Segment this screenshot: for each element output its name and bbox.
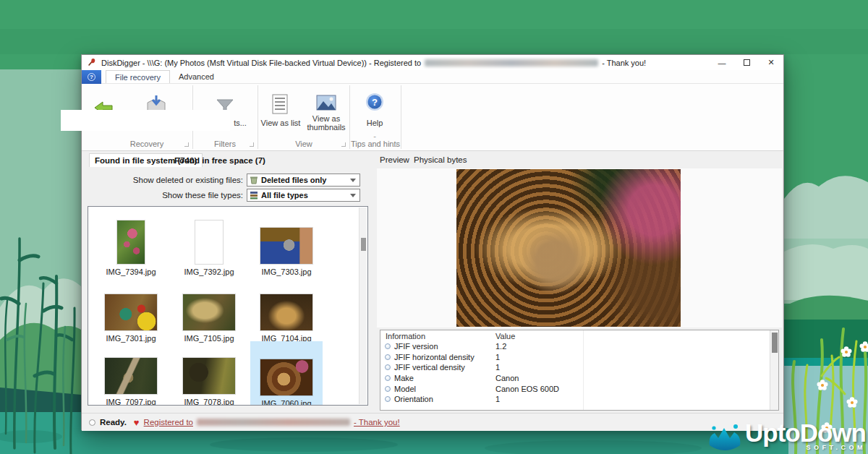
- recycle-bin-icon: [250, 176, 258, 184]
- thumbnail-filename: IMG_7301.jpg: [106, 334, 156, 343]
- info-circle-icon: [385, 386, 391, 392]
- info-value: Canon: [495, 374, 778, 382]
- thumbnail-image: [260, 294, 312, 330]
- window-controls: — ✕: [710, 55, 783, 70]
- view-as-thumbnails-label[interactable]: View as thumbnails: [302, 114, 350, 132]
- thumbnail-item[interactable]: IMG_7097.jpg: [95, 344, 167, 406]
- thumbnail-image: [260, 359, 312, 395]
- info-row[interactable]: Model Canon EOS 600D: [380, 383, 778, 394]
- view-as-thumbnails-icon[interactable]: [316, 94, 336, 111]
- file-types-icon: [250, 191, 258, 200]
- group-label-view: View: [278, 140, 329, 148]
- thumbnail-item[interactable]: IMG_7105.jpg: [173, 280, 245, 343]
- thumbnail-filename: IMG_7394.jpg: [106, 267, 156, 276]
- svg-text:?: ?: [372, 97, 378, 108]
- titlebar[interactable]: DiskDigger - \\\G: (My Photos (Msft Virt…: [82, 55, 783, 70]
- tab-advanced[interactable]: Advanced: [170, 70, 223, 83]
- thumbnail-image: [183, 358, 235, 394]
- info-row[interactable]: Orientation 1: [380, 394, 778, 405]
- thumbnail-item[interactable]: IMG_7301.jpg: [95, 280, 167, 343]
- status-ready-text: Ready.: [100, 418, 127, 427]
- tab-found-in-free-space[interactable]: Found in free space (7): [174, 156, 265, 165]
- help-icon[interactable]: ?: [365, 93, 384, 111]
- thumbnail-filename: IMG_7105.jpg: [184, 334, 234, 343]
- info-circle-icon: [385, 343, 391, 349]
- thumbnail-list-scrollbar[interactable]: [359, 207, 367, 404]
- uptodown-watermark: UptoDown SOFT.COM: [707, 421, 866, 451]
- window-title-suffix: - Thank you!: [602, 59, 646, 67]
- info-row[interactable]: Make Canon: [380, 373, 778, 384]
- ribbon-tabstrip: ? File recovery Advanced: [82, 70, 783, 84]
- header-information: Information: [386, 332, 495, 340]
- registered-link[interactable]: Registered to - Thank you!: [144, 418, 400, 427]
- close-button[interactable]: ✕: [759, 55, 783, 70]
- tips-dialog-launcher[interactable]: [393, 142, 397, 147]
- thumbnail-item[interactable]: IMG_7078.jpg: [173, 344, 245, 406]
- info-panel-scrollbar[interactable]: [770, 330, 778, 410]
- thumbnail-item-selected[interactable]: IMG_7060.jpg: [250, 341, 323, 406]
- view-dialog-launcher[interactable]: [341, 142, 346, 147]
- heart-icon: ♥: [134, 417, 140, 428]
- tab-file-recovery[interactable]: File recovery: [106, 70, 170, 83]
- info-row[interactable]: JFIF horizontal density 1: [380, 352, 778, 363]
- redacted-registration-name: [425, 59, 598, 67]
- uptodown-brand: UptoDown: [745, 421, 866, 445]
- view-as-list-icon[interactable]: [271, 94, 289, 114]
- thumbnail-filename: IMG_7097.jpg: [106, 398, 156, 406]
- info-key: Model: [394, 385, 495, 393]
- file-types-combobox[interactable]: All file types: [247, 189, 360, 202]
- thumbnail-image: [260, 228, 312, 264]
- info-value: 1: [495, 353, 778, 361]
- info-value: 1.2: [495, 342, 778, 351]
- uptodown-logo-icon: [707, 421, 742, 451]
- info-table-header: Information Value: [380, 330, 778, 341]
- window-title: DiskDigger - \\\G: (My Photos (Msft Virt…: [101, 59, 646, 67]
- desktop: DiskDigger - \\\G: (My Photos (Msft Virt…: [0, 0, 868, 454]
- thumbnail-item[interactable]: IMG_7104.jpg: [250, 280, 323, 343]
- recovered-files-list[interactable]: IMG_7394.jpg IMG_7392.jpg IMG_7303.jpg I…: [88, 206, 368, 406]
- tab-preview[interactable]: Preview: [380, 155, 409, 164]
- thumbnail-filename: IMG_7078.jpg: [184, 398, 234, 406]
- info-row[interactable]: JFIF version 1.2: [380, 341, 778, 352]
- content-area: Found in file system (740) Found in free…: [82, 151, 783, 413]
- maximize-button[interactable]: [734, 55, 759, 70]
- header-value: Value: [495, 332, 515, 340]
- thumbnail-image: [105, 294, 157, 330]
- thumbnail-item[interactable]: IMG_7394.jpg: [95, 214, 167, 276]
- info-circle-icon: [385, 375, 391, 381]
- white-redaction-overlay: [61, 110, 230, 131]
- info-key: JFIF version: [394, 342, 495, 351]
- diskdigger-app-icon: [88, 58, 97, 67]
- file-types-value: All file types: [261, 191, 347, 200]
- info-key: JFIF vertical density: [394, 363, 495, 372]
- thumbnail-image: [183, 294, 235, 330]
- thumbnail-item[interactable]: IMG_7392.jpg: [173, 214, 245, 276]
- filters-dialog-launcher[interactable]: [250, 142, 254, 147]
- view-as-list-label[interactable]: View as list: [257, 119, 305, 127]
- deleted-files-combobox[interactable]: Deleted files only: [247, 174, 360, 187]
- recovery-dialog-launcher[interactable]: [184, 142, 189, 147]
- info-circle-icon: [385, 354, 391, 360]
- info-row[interactable]: JFIF vertical density 1: [380, 362, 778, 373]
- maximize-icon: [744, 59, 750, 66]
- info-circle-icon: [385, 364, 391, 370]
- info-key: Make: [394, 374, 495, 382]
- info-key: JFIF horizontal density: [394, 353, 495, 361]
- minimize-button[interactable]: —: [710, 55, 734, 70]
- thumbnail-item[interactable]: IMG_7303.jpg: [250, 214, 323, 276]
- deleted-files-value: Deleted files only: [261, 176, 347, 184]
- tab-physical-bytes[interactable]: Physical bytes: [414, 155, 467, 164]
- scrollbar-thumb[interactable]: [772, 333, 778, 353]
- scrollbar-thumb[interactable]: [361, 238, 366, 251]
- window-title-prefix: DiskDigger - \\\G: (My Photos (Msft Virt…: [101, 59, 421, 67]
- app-menu-button[interactable]: ?: [82, 70, 101, 84]
- thumbnail-image: [195, 220, 223, 264]
- registered-prefix: Registered to: [144, 418, 193, 427]
- thumbnail-filename: IMG_7303.jpg: [261, 267, 311, 276]
- info-value: 1: [495, 395, 778, 403]
- question-circle-icon: ?: [88, 73, 95, 81]
- help-label[interactable]: Help: [357, 119, 393, 127]
- statusbar: Ready. ♥ Registered to - Thank you!: [82, 413, 783, 431]
- filter-types-label: Show these file types:: [88, 191, 243, 200]
- info-circle-icon: [385, 396, 391, 402]
